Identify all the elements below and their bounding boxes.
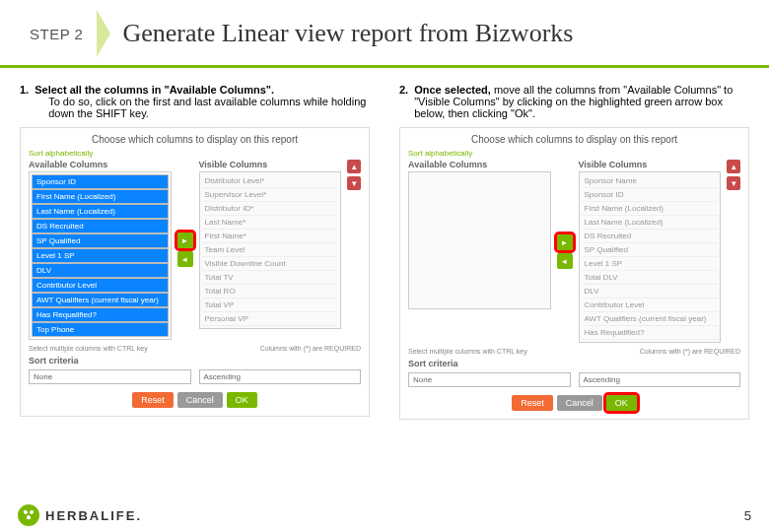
vis-header: Visible Columns (199, 160, 342, 169)
available-columns-list[interactable]: Sponsor IDFirst Name (Localized)Last Nam… (29, 171, 172, 340)
list-item[interactable]: Last Name (Localized) (32, 204, 169, 219)
step-label: STEP 2 (30, 26, 83, 42)
move-left-icon[interactable]: ◂ (177, 251, 193, 267)
instruction-1: 1. Select all the columns in "Available … (20, 84, 370, 119)
move-right-icon[interactable]: ▸ (557, 234, 573, 250)
list-item[interactable]: Visible Downline Count (202, 257, 339, 271)
list-item[interactable]: Total RO (202, 285, 339, 299)
ok-button[interactable]: OK (606, 395, 637, 411)
dialog-2: Choose which columns to display on this … (399, 127, 749, 420)
list-item[interactable]: First Name* (202, 230, 339, 243)
sort-dir-select[interactable]: Ascending (579, 372, 741, 387)
list-item[interactable]: Total TV (202, 271, 339, 285)
brand: HERBALIFE. (18, 504, 142, 526)
col-2: 2. Once selected, move all the columns f… (399, 84, 749, 420)
footer: HERBALIFE. 5 (0, 499, 769, 532)
list-item[interactable]: Last Name (Localized) (582, 216, 719, 230)
list-item[interactable]: Has Requalified? (582, 326, 719, 340)
page-number: 5 (744, 508, 751, 523)
page-title: Generate Linear view report from Bizwork… (122, 19, 573, 48)
instruction-2: 2. Once selected, move all the columns f… (399, 84, 749, 119)
vis-header: Visible Columns (579, 160, 722, 169)
list-item[interactable]: DS Recruited (32, 219, 169, 233)
list-item[interactable]: Supervisor Level* (202, 188, 339, 202)
cancel-button[interactable]: Cancel (177, 392, 223, 408)
move-right-icon[interactable]: ▸ (177, 233, 193, 248)
content-columns: 1. Select all the columns in "Available … (0, 68, 769, 420)
chevron-icon (97, 10, 110, 57)
list-item[interactable]: AWT Qualifiers (current fiscal year) (32, 293, 169, 307)
list-item[interactable]: DLV (32, 263, 169, 278)
scroll-down-icon[interactable]: ▾ (727, 176, 740, 190)
list-item[interactable]: Level 1 SP (32, 248, 169, 263)
ok-button[interactable]: OK (227, 392, 257, 408)
scroll-up-icon[interactable]: ▴ (347, 160, 361, 173)
list-item[interactable]: Sponsor ID (582, 188, 719, 202)
list-item[interactable]: First Name (Localized) (32, 189, 169, 204)
list-item[interactable]: Total VP (202, 299, 339, 312)
scroll-down-icon[interactable]: ▾ (347, 176, 361, 190)
list-item[interactable]: Has Requalified? (32, 307, 169, 322)
list-item[interactable]: Sponsor ID (32, 174, 169, 189)
reset-button[interactable]: Reset (512, 395, 553, 411)
move-left-icon[interactable]: ◂ (557, 253, 573, 269)
list-item[interactable]: Distributor ID* (202, 202, 339, 216)
avail-header: Available Columns (408, 160, 551, 169)
list-item[interactable]: Sponsor Name (582, 174, 719, 188)
avail-header: Available Columns (29, 160, 172, 169)
leaf-icon (18, 504, 39, 526)
list-item[interactable]: Last Name* (202, 216, 339, 230)
sort-dir-select[interactable]: Ascending (199, 369, 362, 384)
step-header: STEP 2 Generate Linear view report from … (0, 0, 769, 68)
sort-column-select[interactable]: None (29, 369, 191, 384)
sort-link[interactable]: Sort alphabetically (408, 149, 740, 158)
list-item[interactable]: Contributor Level (32, 278, 169, 293)
list-item[interactable]: AWT Qualifiers (current fiscal year) (582, 312, 719, 326)
visible-columns-list[interactable]: Sponsor NameSponsor IDFirst Name (Locali… (579, 171, 722, 343)
brand-text: HERBALIFE. (45, 508, 142, 523)
list-item[interactable]: Total DLV (582, 271, 719, 285)
list-item[interactable]: First Name (Localized) (582, 202, 719, 216)
dialog-title: Choose which columns to display on this … (29, 134, 361, 145)
list-item[interactable]: SP Qualified (32, 233, 169, 248)
dialog-1: Choose which columns to display on this … (20, 127, 370, 417)
sort-label: Sort criteria (408, 359, 740, 368)
cancel-button[interactable]: Cancel (557, 395, 602, 411)
list-item[interactable]: DS Recruited (582, 230, 719, 243)
list-item[interactable]: Top Phone (32, 322, 169, 337)
available-columns-list[interactable] (408, 171, 551, 309)
scroll-up-icon[interactable]: ▴ (727, 160, 740, 173)
col-1: 1. Select all the columns in "Available … (20, 84, 370, 420)
reset-button[interactable]: Reset (132, 392, 174, 408)
list-item[interactable]: Personal VP (202, 312, 339, 326)
sort-link[interactable]: Sort alphabetically (29, 149, 361, 158)
visible-columns-list[interactable]: Distributor Level*Supervisor Level*Distr… (199, 171, 342, 329)
list-item[interactable]: Contributor Level (582, 299, 719, 312)
list-item[interactable]: DLV (582, 285, 719, 299)
dialog-title: Choose which columns to display on this … (408, 134, 740, 145)
sort-column-select[interactable]: None (408, 372, 571, 387)
sort-label: Sort criteria (29, 356, 361, 366)
list-item[interactable]: Team Level (202, 243, 339, 257)
list-item[interactable]: SP Qualified (582, 243, 719, 257)
list-item[interactable]: Distributor Level* (202, 174, 339, 188)
list-item[interactable]: Level 1 SP (582, 257, 719, 271)
